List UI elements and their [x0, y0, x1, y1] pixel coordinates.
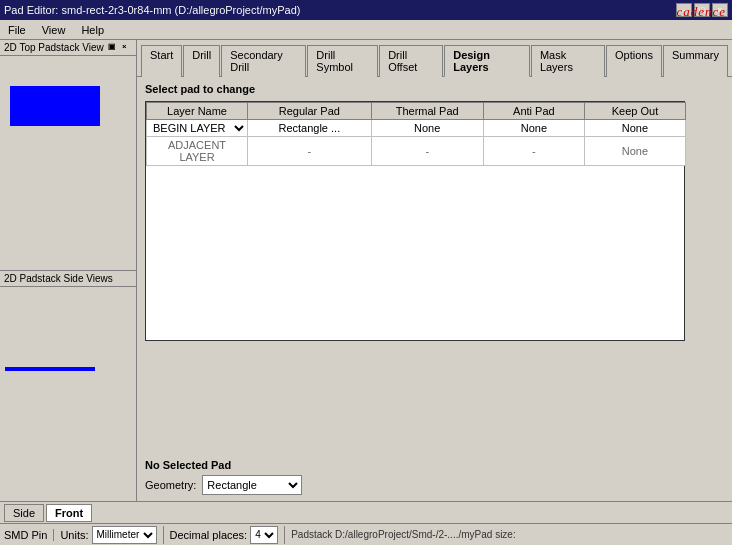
- layers-table: Layer Name Regular Pad Thermal Pad Anti …: [146, 102, 686, 166]
- tab-summary[interactable]: Summary: [663, 45, 728, 77]
- smd-pin-label: SMD Pin: [4, 529, 47, 541]
- tab-side[interactable]: Side: [4, 504, 44, 522]
- tab-options[interactable]: Options: [606, 45, 662, 77]
- cadence-brand: cadence: [676, 4, 726, 20]
- decimal-label: Decimal places:: [170, 529, 248, 541]
- col-layer-name: Layer Name: [147, 103, 248, 120]
- begin-layer-thermal-pad[interactable]: None: [371, 120, 483, 137]
- adjacent-layer-keep-out[interactable]: None: [584, 137, 685, 166]
- top-view-content: [0, 56, 136, 271]
- begin-layer-keep-out[interactable]: None: [584, 120, 685, 137]
- layers-table-container: Layer Name Regular Pad Thermal Pad Anti …: [145, 101, 685, 341]
- units-select[interactable]: Millimeter Inch Mils: [92, 526, 157, 544]
- table-row: ADJACENT LAYER - - - None: [147, 137, 686, 166]
- decimal-select[interactable]: 2 3 4 5: [250, 526, 278, 544]
- col-keep-out: Keep Out: [584, 103, 685, 120]
- menu-bar: File View Help cadence: [0, 20, 732, 40]
- tab-drill[interactable]: Drill: [183, 45, 220, 77]
- col-anti-pad: Anti Pad: [483, 103, 584, 120]
- tab-drill-symbol[interactable]: Drill Symbol: [307, 45, 378, 77]
- col-regular-pad: Regular Pad: [248, 103, 372, 120]
- geometry-select[interactable]: Rectangle Circle Oblong Shape Thermal No…: [202, 475, 302, 495]
- begin-layer-name-cell: BEGIN LAYER: [147, 120, 248, 137]
- bottom-area: No Selected Pad Geometry: Rectangle Circ…: [137, 453, 732, 501]
- table-row: BEGIN LAYER Rectangle ... None None None: [147, 120, 686, 137]
- menu-help[interactable]: Help: [77, 22, 108, 38]
- left-panel: 2D Top Padstack View ▣ × 2D Padstack Sid…: [0, 40, 137, 501]
- adjacent-layer-name[interactable]: ADJACENT LAYER: [147, 137, 248, 166]
- select-pad-label: Select pad to change: [145, 83, 724, 95]
- decimal-segment: Decimal places: 2 3 4 5: [170, 526, 286, 544]
- menu-file[interactable]: File: [4, 22, 30, 38]
- main-layout: 2D Top Padstack View ▣ × 2D Padstack Sid…: [0, 40, 732, 501]
- table-header-row: Layer Name Regular Pad Thermal Pad Anti …: [147, 103, 686, 120]
- bottom-tabs: Side Front: [0, 501, 732, 523]
- status-bar: SMD Pin Units: Millimeter Inch Mils Deci…: [0, 523, 732, 545]
- col-thermal-pad: Thermal Pad: [371, 103, 483, 120]
- geometry-row: Geometry: Rectangle Circle Oblong Shape …: [145, 475, 724, 495]
- begin-layer-select[interactable]: BEGIN LAYER: [147, 120, 247, 136]
- tab-secondary-drill[interactable]: Secondary Drill: [221, 45, 306, 77]
- padstack-info-text: Padstack D:/allegroProject/Smd-/2-..../m…: [291, 529, 516, 540]
- units-label: Units:: [60, 529, 88, 541]
- side-view-content: [0, 287, 136, 501]
- menu-view[interactable]: View: [38, 22, 70, 38]
- smd-pin-segment: SMD Pin: [4, 529, 54, 541]
- adjacent-layer-thermal-pad[interactable]: -: [371, 137, 483, 166]
- adjacent-layer-regular-pad[interactable]: -: [248, 137, 372, 166]
- begin-layer-anti-pad[interactable]: None: [483, 120, 584, 137]
- right-panel: Start Drill Secondary Drill Drill Symbol…: [137, 40, 732, 501]
- side-view-restore-icon[interactable]: ▣: [108, 42, 120, 54]
- side-padstack-view-header: 2D Padstack Side Views ▣ ×: [0, 271, 136, 287]
- geometry-label: Geometry:: [145, 479, 196, 491]
- tab-design-layers[interactable]: Design Layers: [444, 45, 530, 77]
- content-area: Select pad to change Layer Name Regular …: [137, 77, 732, 453]
- adjacent-layer-anti-pad[interactable]: -: [483, 137, 584, 166]
- top-padstack-view-title: 2D Top Padstack View: [4, 42, 104, 53]
- no-selected-pad-label: No Selected Pad: [145, 459, 724, 471]
- title-bar: Pad Editor: smd-rect-2r3-0r84-mm (D:/all…: [0, 0, 732, 20]
- tab-start[interactable]: Start: [141, 45, 182, 77]
- side-view-close-icon[interactable]: ×: [122, 42, 134, 54]
- tab-drill-offset[interactable]: Drill Offset: [379, 45, 443, 77]
- begin-layer-regular-pad[interactable]: Rectangle ...: [248, 120, 372, 137]
- tab-mask-layers[interactable]: Mask Layers: [531, 45, 605, 77]
- side-view-pad-line: [5, 367, 95, 371]
- tabs-row: Start Drill Secondary Drill Drill Symbol…: [137, 40, 732, 77]
- tab-front[interactable]: Front: [46, 504, 92, 522]
- units-segment: Units: Millimeter Inch Mils: [60, 526, 163, 544]
- pad-preview-rectangle: [10, 86, 100, 126]
- window-title: Pad Editor: smd-rect-2r3-0r84-mm (D:/all…: [4, 4, 300, 16]
- side-padstack-view-title: 2D Padstack Side Views: [4, 273, 113, 284]
- padstack-info-segment: Padstack D:/allegroProject/Smd-/2-..../m…: [291, 529, 522, 540]
